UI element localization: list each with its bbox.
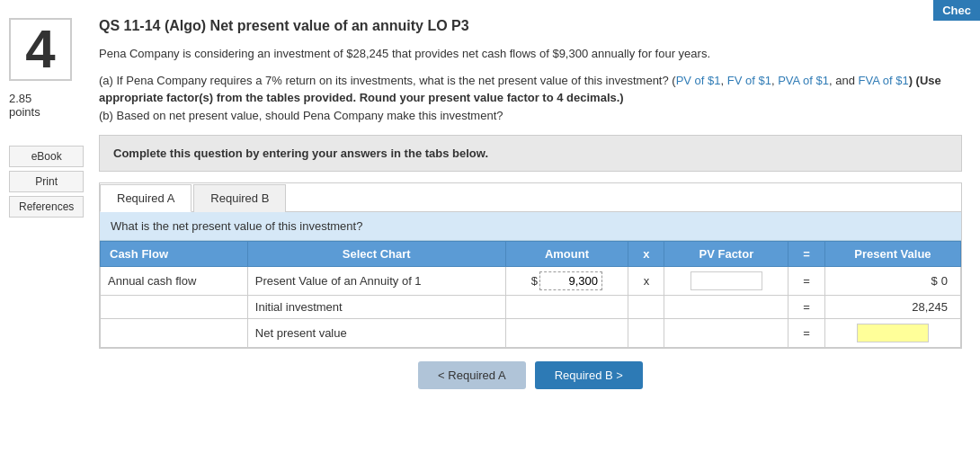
col-header-select-chart: Select Chart bbox=[247, 242, 505, 267]
amount-cell-3 bbox=[505, 319, 628, 348]
equals-cell-3: = bbox=[788, 319, 825, 348]
select-chart-cell-3: Net present value bbox=[247, 319, 505, 348]
bottom-nav: < Required A Required B > bbox=[99, 361, 962, 398]
x-cell-3 bbox=[628, 319, 664, 348]
col-header-cash-flow: Cash Flow bbox=[101, 242, 248, 267]
cash-flow-cell-2 bbox=[101, 296, 248, 319]
pv-factor-cell-1[interactable] bbox=[664, 267, 788, 296]
pv-dollar-sign-1: $ bbox=[931, 274, 938, 288]
col-header-equals: = bbox=[788, 242, 825, 267]
col-header-present-value: Present Value bbox=[824, 242, 960, 267]
present-value-cell-3[interactable] bbox=[824, 319, 960, 348]
present-value-cell-2: 28,245 bbox=[824, 296, 960, 319]
prev-button[interactable]: < Required A bbox=[418, 361, 526, 389]
print-link[interactable]: Print bbox=[9, 171, 84, 192]
pv-factor-cell-3 bbox=[664, 319, 788, 348]
col-header-amount: Amount bbox=[505, 242, 628, 267]
pv-factor-input-1[interactable] bbox=[690, 271, 762, 290]
question-body-1: Pena Company is considering an investmen… bbox=[99, 45, 962, 63]
equals-cell-1: = bbox=[788, 267, 825, 296]
tab-content: What is the net present value of this in… bbox=[100, 212, 961, 348]
question-body-2: (a) If Pena Company requires a 7% return… bbox=[99, 72, 962, 125]
references-link[interactable]: References bbox=[9, 196, 84, 218]
dollar-sign-1: $ bbox=[531, 274, 538, 288]
table-row: Annual cash flow Present Value of an Ann… bbox=[101, 267, 961, 296]
table-row: Net present value = bbox=[101, 319, 961, 348]
cash-flow-table: Cash Flow Select Chart Amount x PV Facto… bbox=[100, 241, 961, 348]
tabs-container: Required A Required B What is the net pr… bbox=[99, 182, 962, 349]
col-header-pv-factor: PV Factor bbox=[664, 242, 788, 267]
x-cell-2 bbox=[628, 296, 664, 319]
col-header-x: x bbox=[628, 242, 664, 267]
x-cell-1: x bbox=[628, 267, 664, 296]
amount-input-1[interactable] bbox=[539, 271, 602, 290]
pv-factor-cell-2 bbox=[664, 296, 788, 319]
points-label: 2.85 points bbox=[9, 92, 40, 119]
question-title: QS 11-14 (Algo) Net present value of an … bbox=[99, 18, 962, 34]
content-area: QS 11-14 (Algo) Net present value of an … bbox=[90, 9, 980, 407]
ebook-link[interactable]: eBook bbox=[9, 146, 84, 167]
instruction-box: Complete this question by entering your … bbox=[99, 135, 962, 172]
present-value-cell-1: $ 0 bbox=[824, 267, 960, 296]
table-row: Initial investment = 28,245 bbox=[101, 296, 961, 319]
pva-link[interactable]: PVA of $1 bbox=[778, 74, 829, 87]
fv-link[interactable]: FV of $1 bbox=[727, 74, 771, 87]
next-button[interactable]: Required B > bbox=[535, 361, 643, 389]
amount-cell-1: $ bbox=[505, 267, 628, 296]
cash-flow-cell-3 bbox=[101, 319, 248, 348]
pv-link[interactable]: PV of $1 bbox=[676, 74, 721, 87]
select-chart-cell-2: Initial investment bbox=[247, 296, 505, 319]
tab-required-a[interactable]: Required A bbox=[100, 184, 192, 212]
tabs-header: Required A Required B bbox=[100, 183, 961, 212]
cash-flow-cell-1: Annual cash flow bbox=[101, 267, 248, 296]
select-chart-cell-1: Present Value of an Annuity of 1 bbox=[247, 267, 505, 296]
check-button[interactable]: Chec bbox=[933, 0, 980, 21]
question-number: 4 bbox=[9, 18, 72, 81]
left-sidebar: 4 2.85 points eBook Print References bbox=[0, 9, 90, 407]
equals-cell-2: = bbox=[788, 296, 825, 319]
fva-link[interactable]: FVA of $1 bbox=[859, 74, 909, 87]
sidebar-links: eBook Print References bbox=[9, 146, 84, 218]
amount-cell-2 bbox=[505, 296, 628, 319]
net-present-value-input[interactable] bbox=[857, 324, 929, 342]
tab-question: What is the net present value of this in… bbox=[100, 212, 961, 241]
tab-required-b[interactable]: Required B bbox=[193, 184, 286, 212]
